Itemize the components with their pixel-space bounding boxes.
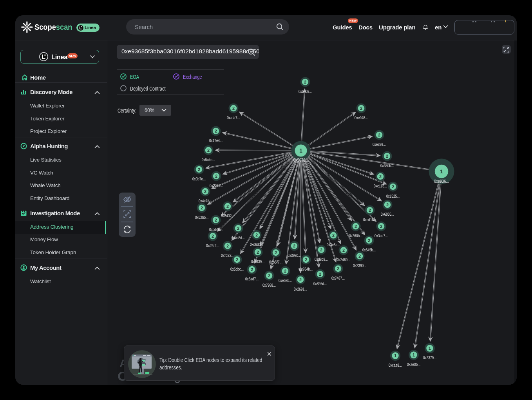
svg-text:0x4e7d...: 0x4e7d... bbox=[199, 199, 212, 204]
svg-text:2: 2 bbox=[257, 250, 259, 255]
svg-text:2: 2 bbox=[236, 258, 238, 262]
svg-text:0x3e5e...: 0x3e5e... bbox=[327, 243, 340, 247]
svg-text:0xafa7...: 0xafa7... bbox=[227, 116, 240, 120]
svg-text:0x62b5...: 0x62b5... bbox=[195, 215, 208, 220]
svg-text:0x5a05...: 0x5a05... bbox=[299, 89, 312, 94]
svg-text:2: 2 bbox=[215, 174, 217, 179]
svg-text:0x0b7e...: 0x0b7e... bbox=[192, 177, 206, 182]
svg-text:2: 2 bbox=[237, 226, 239, 231]
svg-text:2: 2 bbox=[293, 244, 295, 249]
svg-text:2: 2 bbox=[299, 278, 302, 282]
svg-text:2: 2 bbox=[386, 154, 388, 159]
svg-text:0xc116...: 0xc116... bbox=[374, 184, 387, 189]
svg-text:2: 2 bbox=[215, 129, 217, 134]
svg-text:0x645b...: 0x645b... bbox=[362, 248, 376, 253]
svg-text:2: 2 bbox=[355, 224, 357, 229]
svg-text:0x17e4...: 0x17e4... bbox=[209, 138, 223, 143]
svg-text:2: 2 bbox=[358, 254, 361, 259]
svg-text:2: 2 bbox=[268, 274, 270, 278]
svg-text:0xce8d...: 0xce8d... bbox=[232, 236, 245, 240]
svg-text:0x826d...: 0x826d... bbox=[313, 282, 327, 286]
svg-text:2: 2 bbox=[369, 208, 371, 213]
svg-text:2: 2 bbox=[379, 175, 382, 179]
svg-text:0x398c...: 0x398c... bbox=[288, 253, 301, 258]
svg-text:0xfd22...: 0xfd22... bbox=[221, 253, 234, 258]
svg-text:2: 2 bbox=[342, 248, 345, 253]
svg-text:1: 1 bbox=[413, 353, 415, 358]
svg-text:0xd6dd...: 0xd6dd... bbox=[250, 242, 263, 247]
svg-text:0xe399...: 0xe399... bbox=[373, 142, 386, 147]
svg-text:2: 2 bbox=[304, 80, 306, 85]
svg-text:0x5cbc...: 0x5cbc... bbox=[230, 267, 244, 272]
svg-text:0xcd48...: 0xcd48... bbox=[209, 227, 223, 232]
svg-text:0x5076...: 0x5076... bbox=[293, 157, 308, 163]
svg-text:0x25f2...: 0x25f2... bbox=[206, 244, 219, 248]
svg-text:0x7487...: 0x7487... bbox=[331, 276, 345, 281]
svg-text:0x764b...: 0x764b... bbox=[299, 267, 313, 272]
svg-text:0xeb8b...: 0xeb8b... bbox=[279, 278, 292, 283]
svg-text:2: 2 bbox=[226, 204, 229, 209]
svg-text:2: 2 bbox=[255, 233, 258, 238]
svg-text:2: 2 bbox=[204, 189, 206, 194]
svg-text:0x6006...: 0x6006... bbox=[381, 212, 394, 217]
svg-text:0x3ea7...: 0x3ea7... bbox=[375, 234, 388, 238]
svg-text:2: 2 bbox=[251, 267, 253, 272]
svg-text:0x2051...: 0x2051... bbox=[210, 184, 223, 188]
svg-text:2: 2 bbox=[378, 133, 380, 138]
svg-text:1: 1 bbox=[394, 354, 397, 358]
svg-text:2: 2 bbox=[201, 206, 203, 211]
svg-text:1: 1 bbox=[299, 148, 302, 154]
svg-text:0x1525...: 0x1525... bbox=[386, 194, 400, 199]
svg-text:0x5abb...: 0x5abb... bbox=[202, 158, 215, 162]
svg-text:0xe948...: 0xe948... bbox=[355, 116, 368, 120]
svg-text:0x4d39...: 0x4d39... bbox=[251, 260, 264, 264]
svg-text:2: 2 bbox=[392, 185, 394, 189]
svg-text:0xe936...: 0xe936... bbox=[434, 178, 449, 184]
svg-text:2: 2 bbox=[226, 244, 229, 249]
svg-text:1: 1 bbox=[429, 346, 431, 351]
svg-text:0x2691...: 0x2691... bbox=[294, 287, 307, 292]
svg-text:0xcd15...: 0xcd15... bbox=[363, 218, 376, 222]
svg-text:0x360b...: 0x360b... bbox=[349, 234, 362, 238]
svg-text:0xae0b...: 0xae0b... bbox=[407, 362, 420, 367]
svg-text:2: 2 bbox=[337, 267, 339, 271]
svg-text:0x2390...: 0x2390... bbox=[353, 264, 366, 268]
svg-text:2: 2 bbox=[232, 106, 235, 111]
svg-text:0x7988...: 0x7988... bbox=[262, 283, 276, 288]
svg-text:2: 2 bbox=[284, 269, 286, 274]
svg-text:2: 2 bbox=[332, 233, 335, 238]
svg-text:2: 2 bbox=[198, 167, 200, 172]
svg-text:2: 2 bbox=[275, 251, 277, 255]
svg-text:0xb5f7...: 0xb5f7... bbox=[269, 260, 282, 265]
svg-text:0x6432...: 0x6432... bbox=[221, 214, 234, 218]
svg-text:2: 2 bbox=[215, 218, 217, 223]
svg-text:0x530b...: 0x530b... bbox=[380, 164, 394, 168]
svg-text:1: 1 bbox=[440, 169, 443, 175]
svg-text:0xd8d9...: 0xd8d9... bbox=[315, 257, 328, 262]
svg-text:2: 2 bbox=[360, 106, 362, 111]
svg-text:0x2469...: 0x2469... bbox=[337, 258, 350, 262]
svg-text:2: 2 bbox=[368, 238, 370, 243]
svg-text:2: 2 bbox=[380, 224, 382, 229]
svg-text:2: 2 bbox=[212, 234, 214, 239]
svg-text:2: 2 bbox=[320, 248, 322, 253]
svg-text:0xcae8...: 0xcae8... bbox=[389, 363, 402, 368]
svg-text:2: 2 bbox=[386, 203, 389, 207]
svg-text:0x3379...: 0x3379... bbox=[423, 356, 436, 360]
svg-text:2: 2 bbox=[207, 148, 210, 153]
svg-text:0x5ad7...: 0x5ad7... bbox=[245, 277, 259, 282]
svg-text:2: 2 bbox=[319, 272, 321, 277]
svg-text:2: 2 bbox=[305, 258, 307, 262]
